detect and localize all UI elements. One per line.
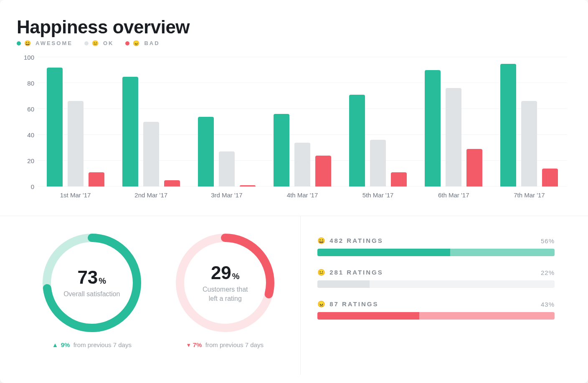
gauge-unit: % [99, 276, 106, 285]
bar [349, 95, 365, 186]
gauge-value: 29 [211, 262, 231, 283]
bar [143, 122, 159, 186]
x-tick-label: 2nd Mar '17 [113, 192, 189, 199]
bar [466, 149, 482, 186]
progress-fill [317, 312, 419, 320]
rating-percent: 22% [541, 269, 555, 276]
responders-delta-value: 7% [193, 341, 202, 348]
x-tick-label: 5th Mar '17 [340, 192, 416, 199]
rating-percent: 43% [541, 301, 555, 308]
bar [521, 101, 537, 186]
y-tick-label: 0 [18, 183, 34, 190]
bar [89, 172, 104, 186]
rating-percent: 56% [541, 237, 555, 244]
bar [198, 117, 214, 186]
legend-dot-ok [84, 41, 89, 45]
bar-group [492, 57, 567, 186]
x-tick-label: 7th Mar '17 [492, 192, 567, 199]
legend-dot-awesome [17, 41, 21, 45]
gauge-label: Overall satisfaction [42, 290, 142, 299]
rating-label: 😠 87 RATINGS [317, 300, 378, 308]
gauge-value: 73 [77, 267, 98, 287]
legend-label-ok: OK [103, 40, 114, 46]
y-tick-label: 80 [18, 80, 34, 87]
x-tick-label: 4th Mar '17 [264, 192, 340, 199]
caret-up-icon: ▲ [52, 341, 58, 348]
page-title: Happiness overview [17, 17, 571, 38]
legend-ok: 😐 OK [84, 40, 114, 46]
legend-label-bad: BAD [144, 40, 160, 46]
rating-label: 😐 281 RATINGS [317, 269, 383, 276]
satisfaction-delta-text: from previous 7 days [74, 341, 132, 348]
progress-fill [317, 280, 370, 288]
bar-group [189, 57, 264, 186]
bar [219, 151, 235, 186]
legend-bad: 😠 BAD [125, 40, 160, 46]
bar [425, 70, 441, 186]
bar-group [264, 57, 340, 186]
bar [370, 140, 386, 186]
progress-fill [317, 249, 450, 256]
bar-group [340, 57, 416, 186]
progress-bar [317, 280, 555, 288]
bar [122, 77, 138, 187]
bar [294, 143, 310, 186]
bar [274, 114, 289, 186]
progress-rest [419, 312, 555, 320]
legend-dot-bad [125, 41, 129, 45]
bar-group [113, 57, 189, 186]
bar [315, 156, 331, 186]
bar [68, 101, 84, 186]
satisfaction-delta: ▲ 9% from previous 7 days [29, 341, 155, 348]
progress-bar [317, 249, 555, 256]
x-tick-label: 3rd Mar '17 [189, 192, 264, 199]
caret-down-icon: ▾ [187, 341, 190, 349]
bar [47, 68, 63, 186]
bar [500, 64, 516, 187]
x-tick-label: 6th Mar '17 [416, 192, 492, 199]
gauge-responders: 29%Customers thatleft a rating ▾ 7% from… [163, 233, 288, 362]
legend-awesome: 😀 AWESOME [17, 40, 73, 46]
rating-row: 😄 482 RATINGS56% [317, 237, 555, 256]
ratings-panel: 😄 482 RATINGS56%😐 281 RATINGS22%😠 87 RAT… [301, 216, 571, 375]
bar-group [416, 57, 492, 186]
legend-label-awesome: AWESOME [35, 40, 73, 46]
y-tick-label: 40 [18, 131, 34, 139]
gauges-panel: 73%Overall satisfaction ▲ 9% from previo… [17, 216, 301, 375]
happiness-bar-chart: 020406080100 1st Mar '172nd Mar '173rd M… [38, 57, 567, 203]
bar [446, 88, 461, 186]
bar [542, 169, 558, 186]
gauge-satisfaction: 73%Overall satisfaction ▲ 9% from previo… [29, 233, 155, 362]
bar [164, 180, 180, 187]
progress-rest [450, 249, 555, 256]
x-tick-label: 1st Mar '17 [38, 192, 113, 199]
dashboard-card: Happiness overview 😀 AWESOME 😐 OK 😠 BAD … [0, 0, 588, 383]
rating-label: 😄 482 RATINGS [317, 237, 383, 244]
rating-row: 😐 281 RATINGS22% [317, 269, 555, 288]
y-tick-label: 20 [18, 157, 34, 164]
rating-row: 😠 87 RATINGS43% [317, 300, 555, 320]
y-tick-label: 60 [18, 106, 34, 113]
responders-delta: ▾ 7% from previous 7 days [163, 341, 288, 349]
gauge-unit: % [232, 272, 240, 281]
chart-legend: 😀 AWESOME 😐 OK 😠 BAD [17, 40, 571, 46]
responders-delta-text: from previous 7 days [205, 341, 264, 348]
satisfaction-delta-value: 9% [61, 341, 70, 348]
legend-emoji-awesome: 😀 [24, 40, 32, 46]
y-tick-label: 100 [18, 54, 34, 61]
progress-rest [370, 280, 555, 288]
gauge-label: Customers thatleft a rating [175, 285, 275, 304]
bar-group [38, 57, 113, 186]
legend-emoji-ok: 😐 [92, 40, 100, 46]
legend-emoji-bad: 😠 [133, 40, 141, 46]
progress-bar [317, 312, 555, 320]
summary-row: 73%Overall satisfaction ▲ 9% from previo… [17, 216, 571, 375]
bar [391, 172, 407, 186]
